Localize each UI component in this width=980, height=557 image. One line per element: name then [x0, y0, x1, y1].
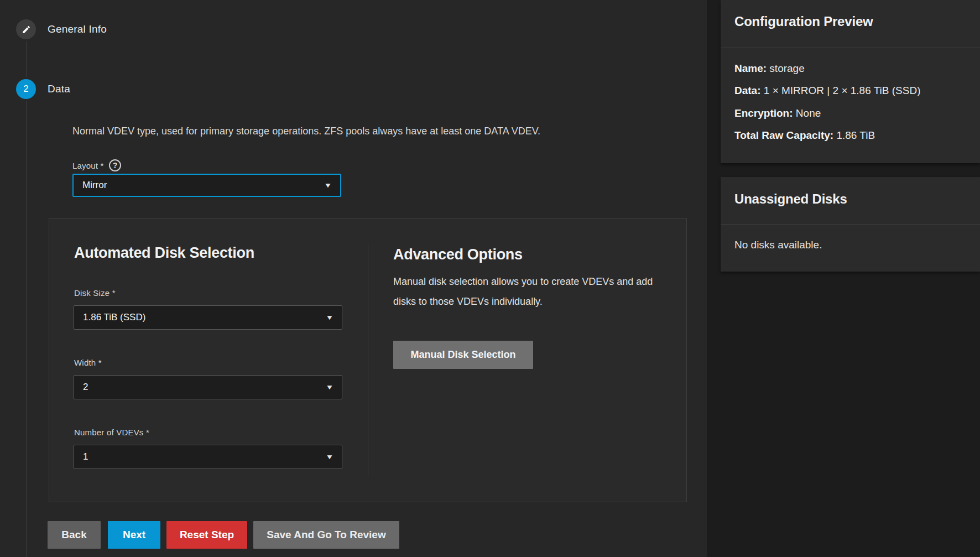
- config-row-total-raw-capacity: Total Raw Capacity: 1.86 TiB: [734, 129, 875, 142]
- disk-size-label: Disk Size *: [74, 288, 116, 298]
- no-disks-available-text: No disks available.: [734, 239, 822, 251]
- disk-selection-panel: Automated Disk Selection Disk Size * 1.8…: [49, 218, 687, 502]
- layout-select-value: Mirror: [82, 180, 325, 191]
- advanced-options-title: Advanced Options: [393, 246, 523, 263]
- chevron-down-icon: ▼: [324, 181, 332, 189]
- unassigned-disks-title: Unassigned Disks: [734, 191, 847, 207]
- step-2-label[interactable]: Data: [48, 83, 70, 95]
- advanced-options-description: Manual disk selection allows you to crea…: [393, 272, 667, 311]
- stepper-connector: [26, 101, 27, 557]
- config-row-data: Data: 1 × MIRROR | 2 × 1.86 TiB (SSD): [734, 85, 921, 97]
- unassigned-disks-card: Unassigned Disks No disks available.: [721, 177, 980, 272]
- pool-creation-wizard: General Info 2 Data Normal VDEV type, us…: [0, 0, 980, 557]
- next-button[interactable]: Next: [108, 521, 160, 549]
- configuration-preview-card: Configuration Preview Name: storage Data…: [721, 0, 980, 163]
- edit-icon: [22, 25, 31, 34]
- step-2-number: 2: [24, 84, 29, 94]
- width-select[interactable]: 2 ▼: [74, 375, 342, 399]
- back-button[interactable]: Back: [48, 521, 101, 549]
- layout-select[interactable]: Mirror ▼: [72, 174, 341, 197]
- data-vdev-description: Normal VDEV type, used for primary stora…: [72, 126, 540, 137]
- chevron-down-icon: ▼: [326, 314, 334, 321]
- card-divider: [721, 48, 980, 48]
- chevron-down-icon: ▼: [326, 453, 334, 461]
- layout-field-label: Layout *: [72, 161, 104, 170]
- configuration-preview-title: Configuration Preview: [734, 14, 873, 29]
- number-of-vdevs-value: 1: [83, 451, 326, 462]
- card-divider: [721, 224, 980, 225]
- automated-disk-selection-title: Automated Disk Selection: [74, 244, 254, 262]
- wizard-summary-column: Configuration Preview Name: storage Data…: [707, 0, 980, 557]
- number-of-vdevs-label: Number of VDEVs *: [74, 428, 149, 437]
- panel-divider: [368, 244, 368, 476]
- step-2-indicator[interactable]: 2: [16, 79, 36, 99]
- disk-size-value: 1.86 TiB (SSD): [83, 312, 326, 323]
- config-row-encryption: Encryption: None: [734, 107, 821, 119]
- number-of-vdevs-select[interactable]: 1 ▼: [74, 445, 342, 469]
- save-and-go-to-review-button[interactable]: Save And Go To Review: [253, 521, 399, 549]
- manual-disk-selection-button[interactable]: Manual Disk Selection: [393, 341, 533, 369]
- wizard-main-area: General Info 2 Data Normal VDEV type, us…: [0, 0, 707, 557]
- stepper-connector: [26, 41, 27, 77]
- step-1-indicator[interactable]: [16, 19, 36, 39]
- reset-step-button[interactable]: Reset Step: [166, 521, 247, 549]
- disk-size-select[interactable]: 1.86 TiB (SSD) ▼: [74, 305, 342, 330]
- chevron-down-icon: ▼: [326, 383, 334, 391]
- config-row-name: Name: storage: [734, 63, 805, 75]
- step-1-label[interactable]: General Info: [48, 23, 107, 35]
- width-value: 2: [83, 382, 326, 393]
- help-icon[interactable]: ?: [109, 159, 121, 171]
- width-label: Width *: [74, 358, 102, 367]
